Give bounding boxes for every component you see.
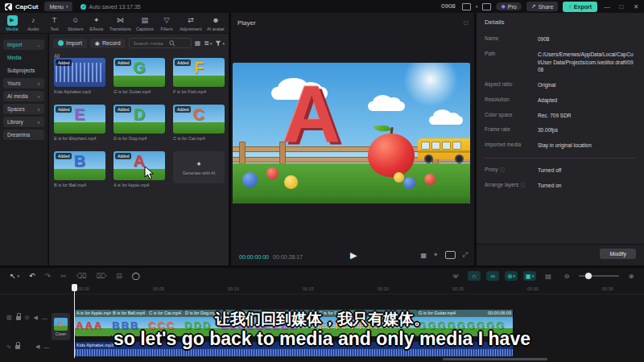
- video-thumbnail: AAdded: [114, 151, 165, 180]
- tab-text[interactable]: TText: [46, 15, 62, 31]
- delete-left-icon[interactable]: ⌫: [76, 272, 87, 280]
- media-item[interactable]: CAddedC is for Cat.mp4: [173, 105, 225, 141]
- filmstrip-icon[interactable]: ▤: [542, 271, 555, 281]
- video-preview[interactable]: A: [233, 63, 470, 204]
- pro-button[interactable]: ◆Pro: [496, 2, 521, 10]
- ruler-label: 00:25: [452, 286, 464, 291]
- sidebar-item-dreamina[interactable]: Dreamina: [3, 130, 44, 140]
- modify-button[interactable]: Modify: [600, 249, 636, 259]
- timecode-current: 00:00:00:00: [239, 254, 269, 260]
- audio-icon: ♪: [28, 15, 39, 26]
- search-input[interactable]: [129, 38, 192, 48]
- menu-button[interactable]: Menu▾: [44, 2, 72, 11]
- link-toggle-icon[interactable]: ∞: [486, 271, 499, 281]
- media-item[interactable]: DAddedD is for Dog.mp4: [114, 105, 165, 141]
- chevron-down-icon: ∨: [37, 94, 40, 99]
- play-button[interactable]: ▶: [350, 250, 357, 261]
- zoom-out-icon[interactable]: ⊖: [560, 271, 573, 281]
- ai-sparkle-icon: ✦: [196, 160, 202, 168]
- tab-label: Filters: [160, 27, 172, 31]
- media-item[interactable]: AAddedA is for Apple.mp4: [114, 151, 165, 187]
- tab-captions[interactable]: ▤Captions: [136, 15, 154, 31]
- sidebar-item-subprojects[interactable]: Subprojects: [3, 65, 44, 76]
- delete-icon[interactable]: ⊟: [116, 272, 122, 280]
- sort-icon[interactable]: ≣▾: [204, 39, 212, 47]
- zoom-in-icon[interactable]: ⊕: [625, 271, 638, 281]
- fullscreen-icon[interactable]: ⤢: [463, 251, 468, 259]
- detail-row-frame-rate: Frame rate30.00fps: [485, 126, 636, 134]
- sidebar-item-ai-media[interactable]: AI media∨: [3, 91, 44, 101]
- added-badge: Added: [115, 153, 131, 159]
- detail-row-arrange-layers: Arrange layersⓘTurned on: [485, 182, 636, 190]
- export-button[interactable]: ↑Export: [563, 2, 597, 12]
- delete-right-icon[interactable]: ⌦: [96, 272, 106, 280]
- sidebar-item-library[interactable]: Library∨: [3, 117, 44, 127]
- maximize-button[interactable]: □: [617, 3, 626, 10]
- timeline-zoom-slider[interactable]: [579, 275, 619, 277]
- tab-media[interactable]: ▶Media: [4, 15, 20, 31]
- layout-toggle-icon[interactable]: [462, 3, 471, 10]
- minimize-button[interactable]: —: [602, 3, 612, 10]
- ratio-selector-icon[interactable]: [445, 251, 456, 259]
- zoom-slider-handle[interactable]: [585, 273, 592, 279]
- horizontal-scrollbar[interactable]: [443, 358, 547, 360]
- layer-order-toggle-icon[interactable]: ▣▾: [523, 271, 536, 281]
- subtitle-chinese: 让我们回到媒体，我只有媒体。: [0, 309, 644, 330]
- media-item[interactable]: GAddedG is for Guitar.mp4: [114, 58, 165, 94]
- freeze-frame-icon[interactable]: ◯: [132, 272, 140, 280]
- media-item[interactable]: BAddedB is for Ball.mp4: [54, 151, 105, 187]
- import-dot-icon: [58, 40, 64, 46]
- record-button[interactable]: ◉Record: [90, 39, 126, 48]
- player-detach-icon[interactable]: □: [464, 19, 468, 27]
- generate-with-ai-tile[interactable]: ✦Generate with AI: [173, 151, 225, 183]
- detail-label: Color space: [485, 112, 538, 120]
- diamond-icon: ◆: [501, 3, 505, 10]
- filter-icon[interactable]: ▾: [215, 40, 225, 47]
- tab-stickers[interactable]: ☺Stickers: [68, 15, 84, 31]
- sidebar-item-label: Spaces: [7, 106, 25, 112]
- detail-value: 30.00fps: [538, 126, 558, 134]
- tab-ai-avatar[interactable]: ☻AI avatar: [207, 15, 225, 31]
- details-panel: Details Name0908PathC:/Users/Emenws/AppD…: [477, 13, 644, 265]
- panel-layout-icon[interactable]: [482, 3, 491, 10]
- capcut-logo-icon: [5, 3, 12, 10]
- video-thumbnail: EAdded: [54, 105, 105, 134]
- split-icon[interactable]: ✂: [60, 272, 67, 280]
- media-item[interactable]: FAddedF is for Fish.mp4: [173, 58, 225, 94]
- detail-label: Resolution: [485, 97, 538, 105]
- detail-row-aspect-ratio: Aspect ratioOriginal: [485, 81, 636, 89]
- adjustment-icon: ⇄: [185, 15, 196, 26]
- preview-axis-toggle-icon[interactable]: ⊕▾: [505, 271, 518, 281]
- media-item[interactable]: AddedKids Alphabet.mp3: [54, 58, 105, 94]
- tab-transitions[interactable]: ⋈Transitions: [109, 15, 131, 31]
- search-field[interactable]: [132, 40, 167, 47]
- voiceover-icon[interactable]: Ψ: [449, 271, 462, 281]
- detail-value: Turned on: [538, 182, 561, 190]
- sidebar-item-yours[interactable]: Yours∨: [3, 78, 44, 88]
- sidebar-item-import[interactable]: Import→: [3, 39, 44, 50]
- scene-ball-red: [266, 167, 279, 179]
- preview-quality-icon[interactable]: ▦: [421, 252, 427, 259]
- select-tool-icon[interactable]: ↖▾: [10, 272, 19, 280]
- sidebar-item-media[interactable]: Media: [3, 52, 44, 63]
- tab-adjustment[interactable]: ⇄Adjustment: [180, 15, 202, 31]
- close-button[interactable]: ✕: [631, 3, 641, 10]
- share-button[interactable]: ↗Share: [526, 2, 559, 11]
- import-button[interactable]: Import: [53, 39, 87, 48]
- layout-caret-icon[interactable]: ▾: [476, 4, 478, 9]
- tab-effects[interactable]: ✦Effects: [89, 15, 105, 31]
- media-item[interactable]: EAddedE is for Elephant.mp4: [54, 105, 105, 141]
- focus-icon[interactable]: ⌖: [434, 251, 438, 259]
- tab-audio[interactable]: ♪Audio: [25, 15, 41, 31]
- undo-icon[interactable]: ↶: [29, 272, 35, 280]
- redo-icon[interactable]: ↷: [45, 272, 52, 280]
- info-icon: ⓘ: [520, 182, 525, 190]
- magnet-toggle-icon[interactable]: ∩: [468, 271, 481, 281]
- sidebar-item-spaces[interactable]: Spaces∨: [3, 104, 44, 114]
- tab-label: Audio: [27, 27, 39, 31]
- tab-filters[interactable]: ▽Filters: [159, 15, 175, 31]
- audio-waveform: [75, 349, 513, 356]
- share-icon: ↗: [531, 3, 536, 10]
- grid-view-icon[interactable]: ▦: [195, 39, 201, 47]
- tab-label: Effects: [90, 27, 104, 31]
